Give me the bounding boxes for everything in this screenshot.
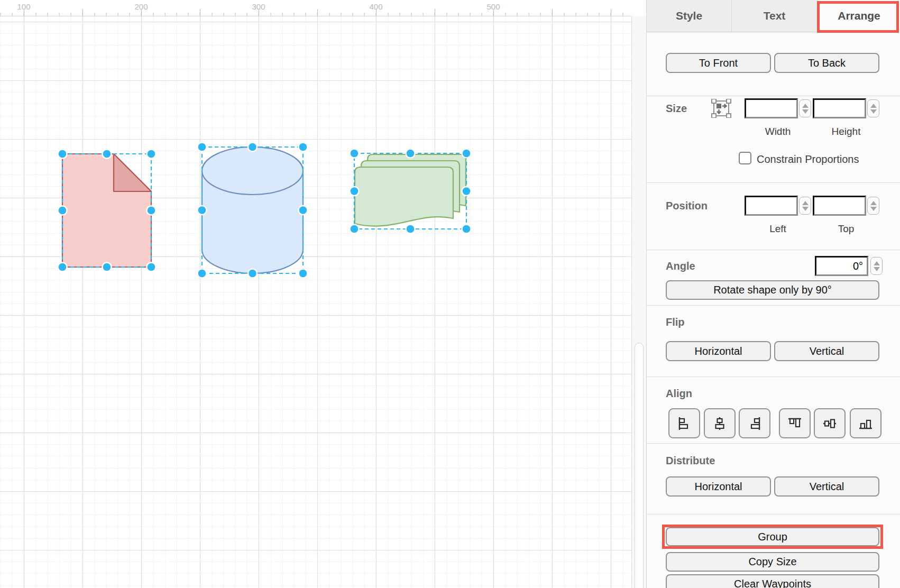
multiple-documents-shape[interactable] [355,154,466,226]
to-front-button[interactable]: To Front [666,53,771,73]
align-middle-vertical-icon [822,416,838,431]
resize-handle[interactable] [198,206,207,215]
copy-size-button[interactable]: Copy Size [666,552,879,572]
tab-style[interactable]: Style [647,0,731,32]
flip-section-label: Flip [666,316,685,328]
vertical-scrollbar-thumb[interactable] [635,343,644,588]
align-middle-vertical-button[interactable] [814,408,846,438]
group-button[interactable]: Group [666,527,879,546]
align-bottom-button[interactable] [850,408,881,438]
angle-section-label: Angle [666,260,695,272]
ruler-half-ticks [0,9,631,16]
stepper-down-icon[interactable] [802,109,809,114]
position-left-input[interactable] [745,196,798,216]
angle-input[interactable] [815,256,868,276]
align-center-horizontal-icon [712,416,728,431]
flip-horizontal-button[interactable]: Horizontal [666,341,771,361]
autosize-icon[interactable] [711,98,732,118]
section-divider [647,305,900,306]
drawio-window: 100 200 300 400 500 Style Text Arrange T… [0,0,900,588]
width-field-label: Width [745,126,811,137]
section-divider [647,443,900,444]
stepper-down-icon[interactable] [870,207,877,211]
tab-arrange[interactable]: Arrange [817,0,900,32]
stepper-up-icon[interactable] [874,261,880,265]
left-field-label: Left [745,223,811,235]
resize-handle[interactable] [350,149,359,158]
resize-handle[interactable] [58,150,67,159]
section-divider [647,376,900,377]
resize-handle[interactable] [462,149,471,158]
resize-handle[interactable] [198,269,207,278]
angle-stepper[interactable] [870,257,883,275]
top-field-label: Top [813,223,879,235]
align-right-button[interactable] [739,408,770,438]
resize-handle[interactable] [103,150,112,159]
ruler-label: 400 [369,2,382,11]
resize-handle[interactable] [299,206,308,215]
resize-handle[interactable] [147,263,156,272]
rotate-90-button[interactable]: Rotate shape only by 90° [666,280,879,300]
stepper-up-icon[interactable] [802,201,809,205]
section-divider [647,514,900,514]
align-top-icon [787,416,803,431]
width-input[interactable] [745,98,798,118]
resize-handle[interactable] [406,149,415,158]
stepper-up-icon[interactable] [870,104,877,108]
resize-handle[interactable] [462,225,471,234]
align-top-button[interactable] [779,408,811,438]
note-body[interactable] [62,154,151,267]
resize-handle[interactable] [58,206,67,215]
stepper-down-icon[interactable] [870,109,877,114]
cylinder-shape[interactable] [202,147,303,273]
resize-handle[interactable] [103,263,112,272]
clear-waypoints-button[interactable]: Clear Waypoints [666,574,879,588]
canvas-shapes-layer [0,16,631,588]
position-top-input[interactable] [813,196,866,216]
section-divider [647,250,900,250]
align-right-icon [747,416,763,431]
stepper-up-icon[interactable] [802,104,809,108]
height-input[interactable] [813,98,866,118]
stepper-down-icon[interactable] [874,267,880,271]
resize-handle[interactable] [299,143,308,152]
flip-vertical-button[interactable]: Vertical [774,341,879,361]
resize-handle[interactable] [147,206,156,215]
align-section-label: Align [666,388,692,400]
ruler-label: 100 [17,2,30,11]
tab-text[interactable]: Text [731,0,817,32]
resize-handle[interactable] [147,150,156,159]
constrain-proportions-checkbox[interactable] [739,152,751,164]
section-divider [647,96,900,96]
resize-handle[interactable] [248,143,257,152]
vertical-scrollbar-track[interactable] [631,16,647,588]
left-stepper[interactable] [799,197,811,215]
ruler-label: 200 [134,2,148,11]
distribute-horizontal-button[interactable]: Horizontal [666,476,771,497]
resize-handle[interactable] [350,187,359,196]
note-shape[interactable] [62,154,151,267]
resize-handle[interactable] [406,225,415,234]
distribute-section-label: Distribute [666,455,715,467]
cylinder-top-rim [202,147,303,195]
align-left-icon [676,416,692,431]
stepper-up-icon[interactable] [870,201,877,205]
height-stepper[interactable] [867,99,879,117]
size-section-label: Size [666,103,687,115]
stepper-down-icon[interactable] [802,207,809,211]
format-panel: Style Text Arrange To Front To Back Size [646,0,900,588]
align-left-button[interactable] [668,408,700,438]
align-center-horizontal-button[interactable] [704,408,736,438]
resize-handle[interactable] [198,143,207,152]
resize-handle[interactable] [350,225,359,234]
top-stepper[interactable] [867,197,879,215]
note-fold-corner [114,154,151,191]
distribute-vertical-button[interactable]: Vertical [774,476,879,497]
to-back-button[interactable]: To Back [774,53,879,73]
resize-handle[interactable] [462,187,471,196]
resize-handle[interactable] [299,269,308,278]
resize-handle[interactable] [248,269,257,278]
width-stepper[interactable] [799,99,811,117]
document-front[interactable] [355,167,453,226]
resize-handle[interactable] [58,263,67,272]
